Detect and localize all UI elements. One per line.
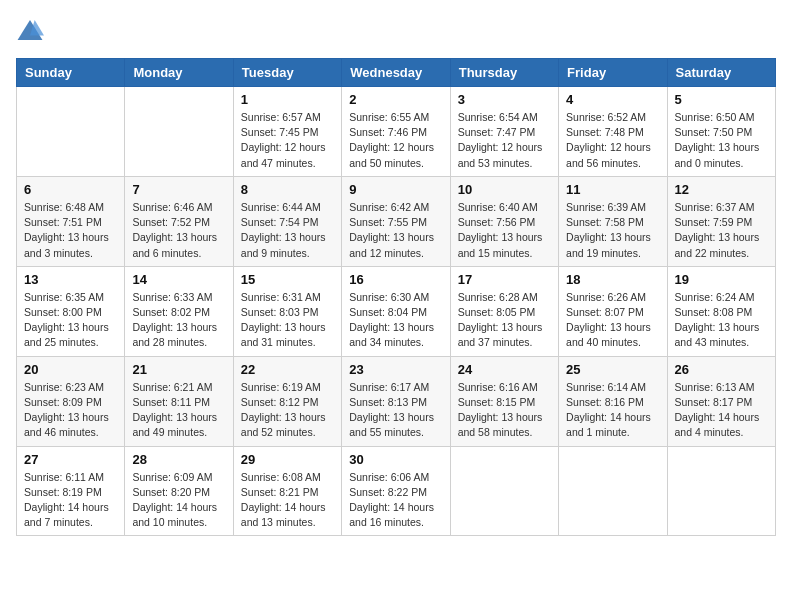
- day-detail: Sunrise: 6:31 AM Sunset: 8:03 PM Dayligh…: [241, 290, 334, 351]
- day-number: 20: [24, 362, 117, 377]
- day-detail: Sunrise: 6:52 AM Sunset: 7:48 PM Dayligh…: [566, 110, 659, 171]
- day-detail: Sunrise: 6:48 AM Sunset: 7:51 PM Dayligh…: [24, 200, 117, 261]
- day-number: 7: [132, 182, 225, 197]
- day-detail: Sunrise: 6:24 AM Sunset: 8:08 PM Dayligh…: [675, 290, 768, 351]
- day-detail: Sunrise: 6:39 AM Sunset: 7:58 PM Dayligh…: [566, 200, 659, 261]
- day-detail: Sunrise: 6:57 AM Sunset: 7:45 PM Dayligh…: [241, 110, 334, 171]
- day-detail: Sunrise: 6:42 AM Sunset: 7:55 PM Dayligh…: [349, 200, 442, 261]
- calendar-cell: 24Sunrise: 6:16 AM Sunset: 8:15 PM Dayli…: [450, 356, 558, 446]
- day-detail: Sunrise: 6:19 AM Sunset: 8:12 PM Dayligh…: [241, 380, 334, 441]
- day-number: 5: [675, 92, 768, 107]
- day-number: 23: [349, 362, 442, 377]
- day-detail: Sunrise: 6:13 AM Sunset: 8:17 PM Dayligh…: [675, 380, 768, 441]
- day-detail: Sunrise: 6:08 AM Sunset: 8:21 PM Dayligh…: [241, 470, 334, 531]
- calendar-cell: 19Sunrise: 6:24 AM Sunset: 8:08 PM Dayli…: [667, 266, 775, 356]
- day-number: 22: [241, 362, 334, 377]
- calendar-cell: 5Sunrise: 6:50 AM Sunset: 7:50 PM Daylig…: [667, 87, 775, 177]
- day-detail: Sunrise: 6:33 AM Sunset: 8:02 PM Dayligh…: [132, 290, 225, 351]
- calendar-cell: 17Sunrise: 6:28 AM Sunset: 8:05 PM Dayli…: [450, 266, 558, 356]
- calendar-cell: 3Sunrise: 6:54 AM Sunset: 7:47 PM Daylig…: [450, 87, 558, 177]
- day-detail: Sunrise: 6:17 AM Sunset: 8:13 PM Dayligh…: [349, 380, 442, 441]
- weekday-header-friday: Friday: [559, 59, 667, 87]
- calendar-cell: 15Sunrise: 6:31 AM Sunset: 8:03 PM Dayli…: [233, 266, 341, 356]
- day-detail: Sunrise: 6:46 AM Sunset: 7:52 PM Dayligh…: [132, 200, 225, 261]
- day-detail: Sunrise: 6:14 AM Sunset: 8:16 PM Dayligh…: [566, 380, 659, 441]
- logo-icon: [16, 18, 44, 42]
- day-number: 15: [241, 272, 334, 287]
- day-detail: Sunrise: 6:55 AM Sunset: 7:46 PM Dayligh…: [349, 110, 442, 171]
- calendar-week-row: 1Sunrise: 6:57 AM Sunset: 7:45 PM Daylig…: [17, 87, 776, 177]
- calendar-cell: 10Sunrise: 6:40 AM Sunset: 7:56 PM Dayli…: [450, 176, 558, 266]
- calendar-cell: [125, 87, 233, 177]
- calendar-cell: 27Sunrise: 6:11 AM Sunset: 8:19 PM Dayli…: [17, 446, 125, 536]
- day-number: 6: [24, 182, 117, 197]
- calendar-cell: 21Sunrise: 6:21 AM Sunset: 8:11 PM Dayli…: [125, 356, 233, 446]
- weekday-header-sunday: Sunday: [17, 59, 125, 87]
- calendar-cell: 9Sunrise: 6:42 AM Sunset: 7:55 PM Daylig…: [342, 176, 450, 266]
- calendar-cell: 6Sunrise: 6:48 AM Sunset: 7:51 PM Daylig…: [17, 176, 125, 266]
- day-detail: Sunrise: 6:30 AM Sunset: 8:04 PM Dayligh…: [349, 290, 442, 351]
- day-detail: Sunrise: 6:09 AM Sunset: 8:20 PM Dayligh…: [132, 470, 225, 531]
- calendar-cell: 8Sunrise: 6:44 AM Sunset: 7:54 PM Daylig…: [233, 176, 341, 266]
- day-number: 25: [566, 362, 659, 377]
- day-number: 28: [132, 452, 225, 467]
- calendar-cell: 13Sunrise: 6:35 AM Sunset: 8:00 PM Dayli…: [17, 266, 125, 356]
- day-number: 29: [241, 452, 334, 467]
- day-detail: Sunrise: 6:23 AM Sunset: 8:09 PM Dayligh…: [24, 380, 117, 441]
- day-number: 13: [24, 272, 117, 287]
- calendar-week-row: 13Sunrise: 6:35 AM Sunset: 8:00 PM Dayli…: [17, 266, 776, 356]
- day-detail: Sunrise: 6:11 AM Sunset: 8:19 PM Dayligh…: [24, 470, 117, 531]
- day-detail: Sunrise: 6:50 AM Sunset: 7:50 PM Dayligh…: [675, 110, 768, 171]
- day-number: 18: [566, 272, 659, 287]
- calendar-cell: [559, 446, 667, 536]
- calendar-week-row: 20Sunrise: 6:23 AM Sunset: 8:09 PM Dayli…: [17, 356, 776, 446]
- calendar-week-row: 6Sunrise: 6:48 AM Sunset: 7:51 PM Daylig…: [17, 176, 776, 266]
- day-detail: Sunrise: 6:06 AM Sunset: 8:22 PM Dayligh…: [349, 470, 442, 531]
- calendar-cell: 14Sunrise: 6:33 AM Sunset: 8:02 PM Dayli…: [125, 266, 233, 356]
- day-detail: Sunrise: 6:54 AM Sunset: 7:47 PM Dayligh…: [458, 110, 551, 171]
- day-number: 9: [349, 182, 442, 197]
- day-number: 12: [675, 182, 768, 197]
- day-number: 14: [132, 272, 225, 287]
- calendar-cell: 12Sunrise: 6:37 AM Sunset: 7:59 PM Dayli…: [667, 176, 775, 266]
- day-number: 3: [458, 92, 551, 107]
- day-number: 27: [24, 452, 117, 467]
- day-detail: Sunrise: 6:16 AM Sunset: 8:15 PM Dayligh…: [458, 380, 551, 441]
- weekday-header-tuesday: Tuesday: [233, 59, 341, 87]
- day-detail: Sunrise: 6:35 AM Sunset: 8:00 PM Dayligh…: [24, 290, 117, 351]
- day-number: 4: [566, 92, 659, 107]
- day-number: 30: [349, 452, 442, 467]
- calendar-cell: [450, 446, 558, 536]
- weekday-header-wednesday: Wednesday: [342, 59, 450, 87]
- day-number: 8: [241, 182, 334, 197]
- calendar-cell: 25Sunrise: 6:14 AM Sunset: 8:16 PM Dayli…: [559, 356, 667, 446]
- calendar-cell: 16Sunrise: 6:30 AM Sunset: 8:04 PM Dayli…: [342, 266, 450, 356]
- day-detail: Sunrise: 6:28 AM Sunset: 8:05 PM Dayligh…: [458, 290, 551, 351]
- calendar-cell: 26Sunrise: 6:13 AM Sunset: 8:17 PM Dayli…: [667, 356, 775, 446]
- day-number: 1: [241, 92, 334, 107]
- day-number: 24: [458, 362, 551, 377]
- calendar-table: SundayMondayTuesdayWednesdayThursdayFrid…: [16, 58, 776, 536]
- calendar-cell: [667, 446, 775, 536]
- weekday-header-saturday: Saturday: [667, 59, 775, 87]
- weekday-header-monday: Monday: [125, 59, 233, 87]
- weekday-header-thursday: Thursday: [450, 59, 558, 87]
- day-number: 17: [458, 272, 551, 287]
- calendar-cell: 4Sunrise: 6:52 AM Sunset: 7:48 PM Daylig…: [559, 87, 667, 177]
- calendar-cell: 23Sunrise: 6:17 AM Sunset: 8:13 PM Dayli…: [342, 356, 450, 446]
- day-number: 16: [349, 272, 442, 287]
- calendar-cell: 20Sunrise: 6:23 AM Sunset: 8:09 PM Dayli…: [17, 356, 125, 446]
- day-number: 21: [132, 362, 225, 377]
- calendar-cell: 1Sunrise: 6:57 AM Sunset: 7:45 PM Daylig…: [233, 87, 341, 177]
- logo: [16, 16, 46, 46]
- day-detail: Sunrise: 6:26 AM Sunset: 8:07 PM Dayligh…: [566, 290, 659, 351]
- day-detail: Sunrise: 6:21 AM Sunset: 8:11 PM Dayligh…: [132, 380, 225, 441]
- calendar-cell: 28Sunrise: 6:09 AM Sunset: 8:20 PM Dayli…: [125, 446, 233, 536]
- calendar-week-row: 27Sunrise: 6:11 AM Sunset: 8:19 PM Dayli…: [17, 446, 776, 536]
- day-number: 19: [675, 272, 768, 287]
- calendar-cell: 7Sunrise: 6:46 AM Sunset: 7:52 PM Daylig…: [125, 176, 233, 266]
- calendar-cell: 18Sunrise: 6:26 AM Sunset: 8:07 PM Dayli…: [559, 266, 667, 356]
- day-detail: Sunrise: 6:40 AM Sunset: 7:56 PM Dayligh…: [458, 200, 551, 261]
- day-number: 10: [458, 182, 551, 197]
- day-number: 26: [675, 362, 768, 377]
